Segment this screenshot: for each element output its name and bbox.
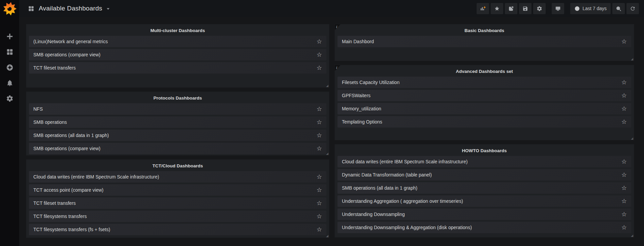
dashboard-list-item[interactable]: Understanding Aggregation ( aggregation … [337, 195, 631, 207]
dashboard-list-item[interactable]: SMB operations (all data in 1 graph)☆ [337, 182, 631, 194]
dashboard-list-item[interactable]: TCT filesystems transfers☆ [29, 211, 326, 222]
dashboard-list-item[interactable]: TCT filesystems transfers (fs + fsets)☆ [29, 224, 326, 235]
favorite-star-icon[interactable]: ☆ [317, 187, 322, 193]
dashboard-list-item[interactable]: Main Dashbord☆ [337, 36, 631, 47]
favorite-star-icon[interactable]: ☆ [621, 106, 627, 112]
panel-title[interactable]: Protocols Dashboards [26, 94, 329, 102]
favorite-star-icon[interactable]: ☆ [317, 119, 322, 125]
panel-resize-handle[interactable]: ◢ [631, 234, 633, 237]
dashboard-list-item[interactable]: GPFSWaiters☆ [337, 90, 631, 101]
panel-protocols-dashboards: i Protocols Dashboards NFS☆SMB operation… [26, 91, 329, 156]
zoom-out-time-button[interactable] [612, 3, 625, 14]
dashboard-settings-button[interactable] [533, 3, 546, 14]
panel-resize-handle[interactable]: ◢ [326, 235, 328, 238]
chevron-down-icon [107, 8, 109, 10]
add-panel-button[interactable] [477, 3, 489, 14]
panel-title[interactable]: HOWTO Dashboards [335, 147, 634, 155]
refresh-button[interactable] [626, 3, 639, 14]
dashboard-list-item[interactable]: SMB operations☆ [29, 116, 326, 128]
configuration-gear-icon[interactable] [6, 95, 13, 102]
share-icon [508, 6, 514, 11]
time-range-picker[interactable]: Last 7 days [570, 3, 611, 14]
dashboard-list: Cloud data writes (entire IBM Spectrum S… [335, 155, 634, 233]
dashboard-list-item[interactable]: Understanding Downsampling☆ [337, 209, 631, 220]
panel-info-corner[interactable]: i [335, 24, 341, 30]
info-corner-triangle [335, 24, 341, 30]
dashboard-link-label: Understanding Downsampling [342, 212, 621, 217]
dashboard-list-item[interactable]: Understanding Downsampling & Aggregation… [337, 222, 631, 233]
dashboard-link-label: TCT access point (compare view) [33, 187, 317, 193]
dashboard-list: Filesets Capacity Utilization☆GPFSWaiter… [335, 76, 634, 128]
dashboard-list-item[interactable]: Memory_utilization☆ [337, 103, 631, 114]
dashboard-list-item[interactable]: SMB operations (all data in 1 graph)☆ [29, 130, 326, 141]
favorite-star-icon[interactable]: ☆ [621, 92, 627, 99]
favorite-star-icon[interactable]: ☆ [317, 52, 322, 58]
grafana-logo-icon[interactable] [2, 1, 17, 16]
dashboard-list-item[interactable]: Templating Options☆ [337, 116, 631, 128]
favorite-star-icon[interactable]: ☆ [317, 132, 322, 138]
favorite-star-icon[interactable]: ☆ [317, 65, 322, 71]
dashboard-link-label: TCT fileset transfers [33, 65, 317, 71]
panel-title[interactable]: Basic Dashboards [335, 27, 634, 35]
share-dashboard-button[interactable] [505, 3, 517, 14]
dashboards-grid-icon[interactable] [6, 48, 13, 56]
favorite-star-icon[interactable]: ☆ [621, 79, 627, 85]
favorite-star-icon[interactable]: ☆ [317, 145, 322, 152]
dashboard-link-label: Cloud data writes (entire IBM Spectrum S… [342, 159, 621, 164]
page-title: Available Dashboards [39, 5, 102, 12]
dashboard-link-label: (Linux)Network and general metrics [33, 39, 317, 44]
dashboard-list: NFS☆SMB operations☆SMB operations (all d… [26, 102, 329, 154]
dashboard-list-item[interactable]: Dynamic Data Transformation (table panel… [337, 169, 631, 181]
create-plus-icon[interactable] [6, 33, 13, 40]
mark-favorite-button[interactable] [491, 3, 503, 14]
favorite-star-icon[interactable]: ☆ [317, 200, 322, 206]
panel-title[interactable]: Multi-cluster Dashboards [26, 27, 329, 35]
favorite-star-icon[interactable]: ☆ [621, 211, 627, 217]
dashboard-link-label: TCT fileset transfers [33, 200, 317, 206]
dashboard-link-label: GPFSWaiters [342, 93, 621, 98]
dashboard-switcher[interactable]: Available Dashboards [28, 5, 109, 12]
dashboard-list-item[interactable]: TCT access point (compare view)☆ [29, 184, 326, 196]
panel-resize-handle[interactable]: ◢ [631, 137, 633, 140]
panel-resize-handle[interactable]: ◢ [326, 84, 328, 87]
favorite-star-icon[interactable]: ☆ [621, 185, 627, 191]
dashboard-list-item[interactable]: SMB operations (compare view)☆ [29, 49, 326, 60]
favorite-star-icon[interactable]: ☆ [317, 226, 322, 233]
favorite-star-icon[interactable]: ☆ [621, 38, 627, 45]
dashboard-list-item[interactable]: Filesets Capacity Utilization☆ [337, 77, 631, 88]
dashboard-grid: i Multi-cluster Dashboards (Linux)Networ… [19, 17, 644, 242]
dashboard-list-item[interactable]: (Linux)Network and general metrics☆ [29, 36, 326, 47]
panel-title[interactable]: Advanced Dashboards set [335, 67, 634, 76]
favorite-star-icon[interactable]: ☆ [621, 159, 627, 165]
favorite-star-icon[interactable]: ☆ [317, 38, 322, 45]
dashboard-list-item[interactable]: Cloud data writes (entire IBM Spectrum S… [29, 171, 326, 183]
tv-monitor-icon [555, 6, 561, 11]
panel-resize-handle[interactable]: ◢ [631, 58, 633, 61]
dashboard-list-item[interactable]: TCT fileset transfers☆ [29, 62, 326, 74]
favorite-star-icon[interactable]: ☆ [317, 174, 322, 180]
dashboard-list-item[interactable]: TCT fileset transfers☆ [29, 197, 326, 209]
favorite-star-icon[interactable]: ☆ [317, 213, 322, 219]
dashboard-list-item[interactable]: Cloud data writes (entire IBM Spectrum S… [337, 156, 631, 167]
panel-info-corner[interactable]: i [335, 65, 341, 71]
dashboard-list-item[interactable]: SMB operations (compare view)☆ [29, 143, 326, 154]
alerting-bell-icon[interactable] [6, 79, 13, 87]
explore-compass-icon[interactable] [6, 64, 13, 71]
dashboard-picker-grid-icon [28, 5, 34, 12]
favorite-star-icon[interactable]: ☆ [621, 198, 627, 204]
magnifier-minus-icon [616, 6, 621, 11]
cycle-view-mode-button[interactable] [552, 3, 564, 14]
favorite-star-icon[interactable]: ☆ [317, 106, 322, 112]
clock-icon [574, 6, 580, 11]
dashboard-link-label: Cloud data writes (entire IBM Spectrum S… [33, 174, 317, 180]
panel-advanced-dashboards-set: i Advanced Dashboards set Filesets Capac… [334, 65, 634, 140]
panel-resize-handle[interactable]: ◢ [326, 152, 328, 155]
save-dashboard-button[interactable] [519, 3, 532, 14]
dashboard-list: Main Dashbord☆ [335, 35, 634, 47]
dashboard-link-label: Dynamic Data Transformation (table panel… [342, 172, 621, 177]
dashboard-list-item[interactable]: NFS☆ [29, 103, 326, 115]
favorite-star-icon[interactable]: ☆ [621, 224, 627, 230]
favorite-star-icon[interactable]: ☆ [621, 172, 627, 178]
panel-title[interactable]: TCT/Cloud Dashboards [26, 162, 329, 170]
favorite-star-icon[interactable]: ☆ [621, 119, 627, 125]
